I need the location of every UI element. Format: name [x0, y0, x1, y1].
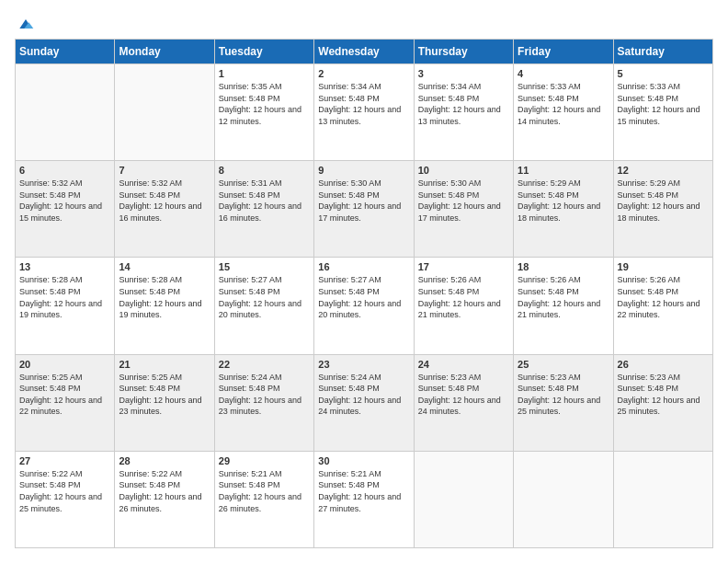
day-info: Sunrise: 5:29 AM Sunset: 5:48 PM Dayligh…: [518, 178, 609, 224]
day-number: 7: [119, 165, 210, 176]
day-info: Sunrise: 5:24 AM Sunset: 5:48 PM Dayligh…: [318, 372, 409, 418]
weekday-header-tuesday: Tuesday: [214, 40, 313, 64]
calendar-cell: 5Sunrise: 5:33 AM Sunset: 5:48 PM Daylig…: [613, 64, 712, 161]
day-info: Sunrise: 5:28 AM Sunset: 5:48 PM Dayligh…: [19, 274, 110, 320]
day-number: 28: [119, 455, 210, 466]
day-info: Sunrise: 5:29 AM Sunset: 5:48 PM Dayligh…: [618, 178, 709, 224]
day-info: Sunrise: 5:30 AM Sunset: 5:48 PM Dayligh…: [318, 178, 409, 224]
day-info: Sunrise: 5:26 AM Sunset: 5:48 PM Dayligh…: [618, 274, 709, 320]
weekday-header-monday: Monday: [115, 40, 214, 64]
day-number: 21: [119, 359, 210, 370]
day-number: 5: [618, 68, 709, 79]
day-info: Sunrise: 5:24 AM Sunset: 5:48 PM Dayligh…: [219, 372, 310, 418]
day-number: 4: [518, 68, 609, 79]
day-number: 29: [219, 455, 310, 466]
day-number: 22: [219, 359, 310, 370]
day-info: Sunrise: 5:34 AM Sunset: 5:48 PM Dayligh…: [318, 81, 409, 127]
day-info: Sunrise: 5:26 AM Sunset: 5:48 PM Dayligh…: [518, 274, 609, 320]
day-number: 11: [518, 165, 609, 176]
calendar-cell: 6Sunrise: 5:32 AM Sunset: 5:48 PM Daylig…: [16, 161, 115, 258]
day-info: Sunrise: 5:35 AM Sunset: 5:48 PM Dayligh…: [219, 81, 310, 127]
day-number: 14: [119, 261, 210, 272]
calendar-cell: [414, 451, 513, 547]
day-number: 17: [418, 261, 509, 272]
calendar-week-row: 20Sunrise: 5:25 AM Sunset: 5:48 PM Dayli…: [16, 354, 713, 451]
logo-icon: [17, 15, 35, 33]
calendar-cell: 24Sunrise: 5:23 AM Sunset: 5:48 PM Dayli…: [414, 354, 513, 451]
day-info: Sunrise: 5:33 AM Sunset: 5:48 PM Dayligh…: [618, 81, 709, 127]
page: SundayMondayTuesdayWednesdayThursdayFrid…: [0, 0, 728, 563]
calendar-cell: 11Sunrise: 5:29 AM Sunset: 5:48 PM Dayli…: [514, 161, 613, 258]
calendar-week-row: 13Sunrise: 5:28 AM Sunset: 5:48 PM Dayli…: [16, 258, 713, 354]
calendar-cell: 7Sunrise: 5:32 AM Sunset: 5:48 PM Daylig…: [115, 161, 214, 258]
day-info: Sunrise: 5:25 AM Sunset: 5:48 PM Dayligh…: [119, 372, 210, 418]
calendar-cell: 15Sunrise: 5:27 AM Sunset: 5:48 PM Dayli…: [214, 258, 313, 354]
day-number: 8: [219, 165, 310, 176]
calendar-table: SundayMondayTuesdayWednesdayThursdayFrid…: [15, 39, 713, 548]
calendar-cell: [16, 64, 115, 161]
day-info: Sunrise: 5:21 AM Sunset: 5:48 PM Dayligh…: [219, 468, 310, 514]
calendar-cell: 3Sunrise: 5:34 AM Sunset: 5:48 PM Daylig…: [414, 64, 513, 161]
calendar-cell: 2Sunrise: 5:34 AM Sunset: 5:48 PM Daylig…: [314, 64, 414, 161]
calendar-cell: 26Sunrise: 5:23 AM Sunset: 5:48 PM Dayli…: [613, 354, 712, 451]
day-info: Sunrise: 5:28 AM Sunset: 5:48 PM Dayligh…: [119, 274, 210, 320]
day-number: 6: [19, 165, 110, 176]
day-info: Sunrise: 5:25 AM Sunset: 5:48 PM Dayligh…: [19, 372, 110, 418]
logo: [15, 15, 35, 29]
calendar-cell: 4Sunrise: 5:33 AM Sunset: 5:48 PM Daylig…: [514, 64, 613, 161]
calendar-cell: [514, 451, 613, 547]
calendar-cell: 29Sunrise: 5:21 AM Sunset: 5:48 PM Dayli…: [214, 451, 313, 547]
calendar-cell: 16Sunrise: 5:27 AM Sunset: 5:48 PM Dayli…: [314, 258, 414, 354]
day-number: 12: [618, 165, 709, 176]
calendar-cell: 10Sunrise: 5:30 AM Sunset: 5:48 PM Dayli…: [414, 161, 513, 258]
calendar-cell: 25Sunrise: 5:23 AM Sunset: 5:48 PM Dayli…: [514, 354, 613, 451]
calendar-cell: 28Sunrise: 5:22 AM Sunset: 5:48 PM Dayli…: [115, 451, 214, 547]
calendar-week-row: 6Sunrise: 5:32 AM Sunset: 5:48 PM Daylig…: [16, 161, 713, 258]
day-number: 18: [518, 261, 609, 272]
calendar-cell: [115, 64, 214, 161]
day-number: 24: [418, 359, 509, 370]
calendar-cell: 9Sunrise: 5:30 AM Sunset: 5:48 PM Daylig…: [314, 161, 414, 258]
calendar-week-row: 1Sunrise: 5:35 AM Sunset: 5:48 PM Daylig…: [16, 64, 713, 161]
weekday-header-sunday: Sunday: [16, 40, 115, 64]
weekday-header-thursday: Thursday: [414, 40, 513, 64]
calendar-cell: 12Sunrise: 5:29 AM Sunset: 5:48 PM Dayli…: [613, 161, 712, 258]
day-info: Sunrise: 5:22 AM Sunset: 5:48 PM Dayligh…: [19, 468, 110, 514]
day-info: Sunrise: 5:23 AM Sunset: 5:48 PM Dayligh…: [518, 372, 609, 418]
day-number: 16: [318, 261, 409, 272]
calendar-cell: 20Sunrise: 5:25 AM Sunset: 5:48 PM Dayli…: [16, 354, 115, 451]
day-number: 19: [618, 261, 709, 272]
weekday-header-wednesday: Wednesday: [314, 40, 414, 64]
day-info: Sunrise: 5:32 AM Sunset: 5:48 PM Dayligh…: [119, 178, 210, 224]
day-info: Sunrise: 5:26 AM Sunset: 5:48 PM Dayligh…: [418, 274, 509, 320]
calendar-cell: 17Sunrise: 5:26 AM Sunset: 5:48 PM Dayli…: [414, 258, 513, 354]
day-info: Sunrise: 5:27 AM Sunset: 5:48 PM Dayligh…: [219, 274, 310, 320]
day-info: Sunrise: 5:31 AM Sunset: 5:48 PM Dayligh…: [219, 178, 310, 224]
calendar-body: 1Sunrise: 5:35 AM Sunset: 5:48 PM Daylig…: [16, 64, 713, 548]
header: [15, 15, 713, 29]
calendar-cell: 13Sunrise: 5:28 AM Sunset: 5:48 PM Dayli…: [16, 258, 115, 354]
calendar-cell: 22Sunrise: 5:24 AM Sunset: 5:48 PM Dayli…: [214, 354, 313, 451]
day-info: Sunrise: 5:30 AM Sunset: 5:48 PM Dayligh…: [418, 178, 509, 224]
weekday-header-friday: Friday: [514, 40, 613, 64]
day-number: 13: [19, 261, 110, 272]
day-number: 25: [518, 359, 609, 370]
calendar-week-row: 27Sunrise: 5:22 AM Sunset: 5:48 PM Dayli…: [16, 451, 713, 547]
calendar-cell: [613, 451, 712, 547]
day-info: Sunrise: 5:23 AM Sunset: 5:48 PM Dayligh…: [418, 372, 509, 418]
day-info: Sunrise: 5:32 AM Sunset: 5:48 PM Dayligh…: [19, 178, 110, 224]
calendar-cell: 14Sunrise: 5:28 AM Sunset: 5:48 PM Dayli…: [115, 258, 214, 354]
weekday-header-row: SundayMondayTuesdayWednesdayThursdayFrid…: [16, 40, 713, 64]
calendar-cell: 30Sunrise: 5:21 AM Sunset: 5:48 PM Dayli…: [314, 451, 414, 547]
calendar-cell: 27Sunrise: 5:22 AM Sunset: 5:48 PM Dayli…: [16, 451, 115, 547]
calendar-header: SundayMondayTuesdayWednesdayThursdayFrid…: [16, 40, 713, 64]
day-info: Sunrise: 5:23 AM Sunset: 5:48 PM Dayligh…: [618, 372, 709, 418]
day-number: 26: [618, 359, 709, 370]
day-info: Sunrise: 5:21 AM Sunset: 5:48 PM Dayligh…: [318, 468, 409, 514]
day-number: 1: [219, 68, 310, 79]
day-number: 9: [318, 165, 409, 176]
day-number: 20: [19, 359, 110, 370]
calendar-cell: 21Sunrise: 5:25 AM Sunset: 5:48 PM Dayli…: [115, 354, 214, 451]
day-number: 27: [19, 455, 110, 466]
day-number: 23: [318, 359, 409, 370]
